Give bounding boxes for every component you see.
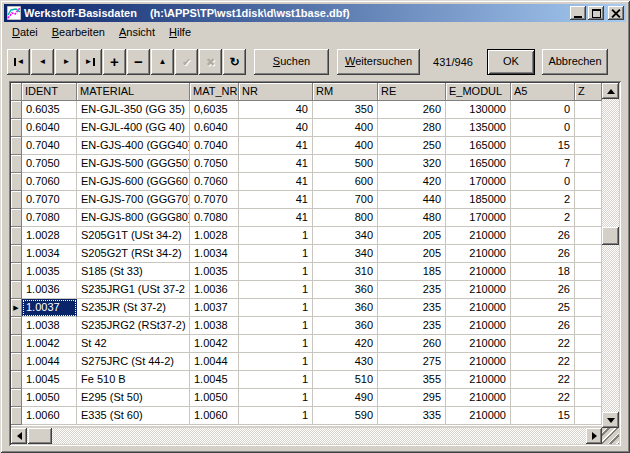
cell-ident[interactable]: 1.0050: [22, 389, 77, 407]
cell-mat_nr[interactable]: 1.0034: [190, 245, 239, 263]
maximize-button[interactable]: [588, 6, 604, 20]
cell-z[interactable]: [575, 209, 602, 227]
column-header-nr[interactable]: NR: [239, 83, 313, 101]
column-header-rm[interactable]: RM: [313, 83, 378, 101]
cell-ident[interactable]: 0.7060: [22, 173, 77, 191]
cell-mat_nr[interactable]: 1.0037: [190, 299, 239, 317]
row-indicator[interactable]: [11, 281, 22, 299]
cell-a5[interactable]: 2: [511, 191, 575, 209]
column-header-ident[interactable]: IDENT: [22, 83, 77, 101]
cell-re[interactable]: 260: [378, 335, 446, 353]
cell-z[interactable]: [575, 191, 602, 209]
cell-z[interactable]: [575, 299, 602, 317]
resize-grip[interactable]: [602, 428, 619, 444]
delete-button[interactable]: −: [127, 49, 150, 75]
cell-material[interactable]: EN-GJS-400 (GGG40): [77, 137, 190, 155]
scroll-up-button[interactable]: [602, 83, 619, 99]
cell-re[interactable]: 235: [378, 281, 446, 299]
cell-nr[interactable]: 1: [239, 389, 313, 407]
row-indicator[interactable]: [11, 101, 22, 119]
cell-rm[interactable]: 500: [313, 155, 378, 173]
cell-nr[interactable]: 40: [239, 119, 313, 137]
cell-e_modul[interactable]: 170000: [446, 173, 511, 191]
cell-nr[interactable]: 1: [239, 263, 313, 281]
cell-z[interactable]: [575, 101, 602, 119]
cell-nr[interactable]: 41: [239, 137, 313, 155]
cell-re[interactable]: 250: [378, 137, 446, 155]
cell-material[interactable]: St 42: [77, 335, 190, 353]
cell-re[interactable]: 275: [378, 353, 446, 371]
cell-z[interactable]: [575, 353, 602, 371]
row-indicator[interactable]: [11, 335, 22, 353]
cell-ident[interactable]: 1.0034: [22, 245, 77, 263]
cell-nr[interactable]: 1: [239, 317, 313, 335]
cell-mat_nr[interactable]: 1.0045: [190, 371, 239, 389]
cell-rm[interactable]: 360: [313, 281, 378, 299]
cell-a5[interactable]: 2: [511, 209, 575, 227]
cell-a5[interactable]: 22: [511, 389, 575, 407]
cell-material[interactable]: S235JR (St 37-2): [77, 299, 190, 317]
cell-re[interactable]: 335: [378, 407, 446, 425]
vertical-scroll-thumb[interactable]: [602, 227, 619, 245]
cell-ident[interactable]: 1.0028: [22, 227, 77, 245]
next-button[interactable]: ►: [55, 49, 78, 75]
cell-ident[interactable]: 0.7050: [22, 155, 77, 173]
cell-rm[interactable]: 490: [313, 389, 378, 407]
cell-mat_nr[interactable]: 1.0060: [190, 407, 239, 425]
scroll-down-button[interactable]: [602, 412, 619, 428]
cell-nr[interactable]: 41: [239, 191, 313, 209]
cell-nr[interactable]: 40: [239, 101, 313, 119]
cell-rm[interactable]: 420: [313, 335, 378, 353]
cell-z[interactable]: [575, 317, 602, 335]
cell-mat_nr[interactable]: 1.0044: [190, 353, 239, 371]
menu-ansicht[interactable]: Ansicht: [113, 24, 161, 41]
cell-material[interactable]: E335 (St 60): [77, 407, 190, 425]
horizontal-scroll-thumb[interactable]: [28, 428, 52, 444]
cell-a5[interactable]: 26: [511, 245, 575, 263]
column-header-material[interactable]: MATERIAL: [77, 83, 190, 101]
cell-rm[interactable]: 340: [313, 245, 378, 263]
cell-rm[interactable]: 600: [313, 173, 378, 191]
cell-a5[interactable]: 18: [511, 263, 575, 281]
row-indicator[interactable]: [11, 119, 22, 137]
refresh-button[interactable]: ↻: [223, 49, 246, 75]
row-indicator[interactable]: [11, 371, 22, 389]
cell-a5[interactable]: 15: [511, 137, 575, 155]
cell-rm[interactable]: 590: [313, 407, 378, 425]
cell-e_modul[interactable]: 135000: [446, 119, 511, 137]
cell-e_modul[interactable]: 210000: [446, 371, 511, 389]
cell-nr[interactable]: 41: [239, 155, 313, 173]
row-indicator[interactable]: [11, 191, 22, 209]
insert-button[interactable]: +: [103, 49, 126, 75]
prior-button[interactable]: ◄: [31, 49, 54, 75]
cell-material[interactable]: S275JRC (St 44-2): [77, 353, 190, 371]
row-indicator[interactable]: [11, 263, 22, 281]
cell-e_modul[interactable]: 185000: [446, 191, 511, 209]
row-indicator[interactable]: [11, 137, 22, 155]
menu-datei[interactable]: Datei: [6, 24, 44, 41]
cell-nr[interactable]: 1: [239, 245, 313, 263]
cell-ident[interactable]: 0.7080: [22, 209, 77, 227]
cell-z[interactable]: [575, 281, 602, 299]
cell-ident[interactable]: 0.6040: [22, 119, 77, 137]
cell-a5[interactable]: 22: [511, 371, 575, 389]
cell-a5[interactable]: 25: [511, 299, 575, 317]
cell-e_modul[interactable]: 210000: [446, 263, 511, 281]
cell-a5[interactable]: 0: [511, 101, 575, 119]
horizontal-scrollbar[interactable]: [11, 428, 602, 444]
cell-rm[interactable]: 700: [313, 191, 378, 209]
cell-z[interactable]: [575, 155, 602, 173]
cell-a5[interactable]: 26: [511, 317, 575, 335]
row-indicator[interactable]: [11, 155, 22, 173]
cell-mat_nr[interactable]: 1.0050: [190, 389, 239, 407]
cell-ident[interactable]: 1.0044: [22, 353, 77, 371]
row-indicator[interactable]: [11, 227, 22, 245]
ok-button[interactable]: OK: [487, 49, 535, 75]
cancel-button[interactable]: Abbrechen: [542, 49, 608, 75]
cell-material[interactable]: S185 (St 33): [77, 263, 190, 281]
cell-e_modul[interactable]: 170000: [446, 209, 511, 227]
search-next-button[interactable]: Weitersuchen: [337, 49, 420, 75]
cell-a5[interactable]: 7: [511, 155, 575, 173]
cell-re[interactable]: 205: [378, 227, 446, 245]
column-header-e_modul[interactable]: E_MODUL: [446, 83, 511, 101]
